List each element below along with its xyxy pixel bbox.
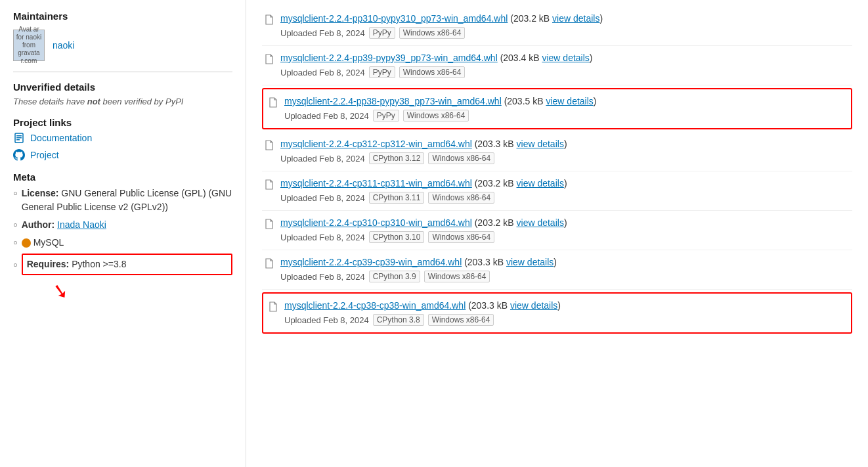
file-badge: Windows x86-64 <box>428 314 494 326</box>
file-date: Uploaded Feb 8, 2024 <box>280 272 365 282</box>
file-date: Uploaded Feb 8, 2024 <box>284 111 369 121</box>
project-label: Project <box>30 150 59 160</box>
meta-requires: ○ Requires: Python >=3.8 <box>13 254 232 275</box>
divider-1 <box>13 72 232 72</box>
meta-list: ○ License: GNU General Public License (G… <box>13 187 232 275</box>
view-details-link[interactable]: view details <box>517 217 564 228</box>
meta-section: Meta ○ License: GNU General Public Licen… <box>13 171 232 302</box>
file-size: (203.2 kB <box>472 217 517 228</box>
file-list: mysqlclient-2.2.4-pp310-pypy310_pp73-win… <box>262 7 852 334</box>
main-content: mysqlclient-2.2.4-pp310-pypy310_pp73-win… <box>246 0 868 467</box>
doc-icon <box>13 132 25 144</box>
file-item: mysqlclient-2.2.4-pp39-pypy39_pp73-win_a… <box>262 46 852 85</box>
file-icon <box>265 140 274 153</box>
file-name-link[interactable]: mysqlclient-2.2.4-cp312-cp312-win_amd64.… <box>280 139 472 149</box>
file-size: (203.3 kB <box>472 139 517 149</box>
file-size: (203.4 kB <box>498 53 542 63</box>
file-size: (203.3 kB <box>462 257 506 267</box>
view-details-link[interactable]: view details <box>517 139 564 149</box>
file-name-link[interactable]: mysqlclient-2.2.4-pp39-pypy39_pp73-win_a… <box>280 53 498 63</box>
file-name-link[interactable]: mysqlclient-2.2.4-cp310-cp310-win_amd64.… <box>280 217 472 228</box>
maintainers-title: Maintainers <box>13 11 232 22</box>
file-meta: Uploaded Feb 8, 2024PyPyWindows x86-64 <box>280 27 850 39</box>
file-badge: Windows x86-64 <box>428 192 494 204</box>
file-icon <box>269 97 278 110</box>
file-badge: PyPy <box>369 66 395 78</box>
file-badge: Windows x86-64 <box>399 66 466 78</box>
file-icon <box>265 14 274 28</box>
sidebar: Maintainers Avat ar for naoki from grava… <box>0 0 246 467</box>
file-date: Uploaded Feb 8, 2024 <box>284 315 369 325</box>
file-info: mysqlclient-2.2.4-cp39-cp39-win_amd64.wh… <box>280 257 850 282</box>
file-name-link[interactable]: mysqlclient-2.2.4-cp311-cp311-win_amd64.… <box>280 178 472 189</box>
file-info: mysqlclient-2.2.4-pp39-pypy39_pp73-win_a… <box>280 53 850 78</box>
svg-rect-1 <box>16 135 22 137</box>
requires-highlighted: Requires: Python >=3.8 <box>22 254 232 275</box>
file-badge: CPython 3.9 <box>369 271 420 282</box>
file-item: mysqlclient-2.2.4-cp312-cp312-win_amd64.… <box>262 132 852 171</box>
documentation-label: Documentation <box>30 133 92 143</box>
file-badge: Windows x86-64 <box>428 231 494 243</box>
file-item: mysqlclient-2.2.4-cp38-cp38-win_amd64.wh… <box>262 292 852 334</box>
view-details-link[interactable]: view details <box>510 300 557 311</box>
view-details-link[interactable]: view details <box>552 13 599 24</box>
view-details-link[interactable]: view details <box>542 53 589 63</box>
file-meta: Uploaded Feb 8, 2024CPython 3.9Windows x… <box>280 271 850 282</box>
file-badge: Windows x86-64 <box>428 152 494 164</box>
documentation-link[interactable]: Documentation <box>13 132 232 144</box>
maintainer-row: Avat ar for naoki from gravata r.com nao… <box>13 30 232 61</box>
meta-author: ○ Author: Inada Naoki <box>13 218 232 232</box>
file-meta: Uploaded Feb 8, 2024CPython 3.11Windows … <box>280 192 850 204</box>
author-link[interactable]: Inada Naoki <box>57 219 106 230</box>
project-link[interactable]: Project <box>13 149 232 161</box>
unverified-title: Unverified details <box>13 81 232 93</box>
file-icon <box>269 301 278 315</box>
file-meta: Uploaded Feb 8, 2024CPython 3.10Windows … <box>280 231 850 243</box>
file-name-link[interactable]: mysqlclient-2.2.4-pp310-pypy310_pp73-win… <box>280 13 508 24</box>
avatar: Avat ar for naoki from gravata r.com <box>13 30 45 61</box>
project-links-title: Project links <box>13 117 232 128</box>
arrow-annotation: ➘ <box>53 279 232 302</box>
file-meta: Uploaded Feb 8, 2024PyPyWindows x86-64 <box>284 110 846 122</box>
file-item: mysqlclient-2.2.4-cp39-cp39-win_amd64.wh… <box>262 250 852 290</box>
file-info: mysqlclient-2.2.4-cp310-cp310-win_amd64.… <box>280 217 850 243</box>
file-badge: PyPy <box>373 110 399 122</box>
file-size: (203.2 kB <box>472 178 517 189</box>
mysql-icon <box>22 238 31 248</box>
file-date: Uploaded Feb 8, 2024 <box>280 154 365 164</box>
view-details-link[interactable]: view details <box>506 257 553 267</box>
file-item: mysqlclient-2.2.4-pp310-pypy310_pp73-win… <box>262 7 852 46</box>
unverified-note: These details have not been verified by … <box>13 97 232 106</box>
view-details-link[interactable]: view details <box>546 96 593 106</box>
file-item: mysqlclient-2.2.4-cp311-cp311-win_amd64.… <box>262 171 852 211</box>
file-badge: CPython 3.11 <box>369 192 425 204</box>
file-info: mysqlclient-2.2.4-cp312-cp312-win_amd64.… <box>280 139 850 164</box>
file-badge: Windows x86-64 <box>399 27 466 39</box>
file-date: Uploaded Feb 8, 2024 <box>280 233 365 242</box>
meta-license: ○ License: GNU General Public License (G… <box>13 187 232 214</box>
meta-mysql: ○ MySQL <box>13 236 232 250</box>
file-icon <box>265 258 274 271</box>
svg-rect-3 <box>16 139 20 141</box>
file-icon <box>265 219 274 232</box>
file-name-link[interactable]: mysqlclient-2.2.4-pp38-pypy38_pp73-win_a… <box>284 96 502 106</box>
github-icon <box>13 149 25 161</box>
file-name-link[interactable]: mysqlclient-2.2.4-cp38-cp38-win_amd64.wh… <box>284 300 466 311</box>
unverified-section: Unverified details These details have no… <box>13 81 232 106</box>
file-item: mysqlclient-2.2.4-pp38-pypy38_pp73-win_a… <box>262 88 852 129</box>
file-info: mysqlclient-2.2.4-cp311-cp311-win_amd64.… <box>280 178 850 204</box>
file-info: mysqlclient-2.2.4-pp38-pypy38_pp73-win_a… <box>284 96 846 122</box>
file-size: (203.5 kB <box>502 96 546 106</box>
file-badge: Windows x86-64 <box>403 110 469 122</box>
file-size: (203.3 kB <box>466 300 510 311</box>
file-date: Uploaded Feb 8, 2024 <box>280 28 365 38</box>
maintainer-name[interactable]: naoki <box>53 40 74 51</box>
file-date: Uploaded Feb 8, 2024 <box>280 193 365 203</box>
view-details-link[interactable]: view details <box>517 178 564 189</box>
file-badge: Windows x86-64 <box>424 271 490 282</box>
file-name-link[interactable]: mysqlclient-2.2.4-cp39-cp39-win_amd64.wh… <box>280 257 462 267</box>
file-icon <box>265 179 274 192</box>
file-icon <box>265 54 274 67</box>
file-size: (203.2 kB <box>508 13 552 24</box>
svg-rect-2 <box>16 137 22 139</box>
